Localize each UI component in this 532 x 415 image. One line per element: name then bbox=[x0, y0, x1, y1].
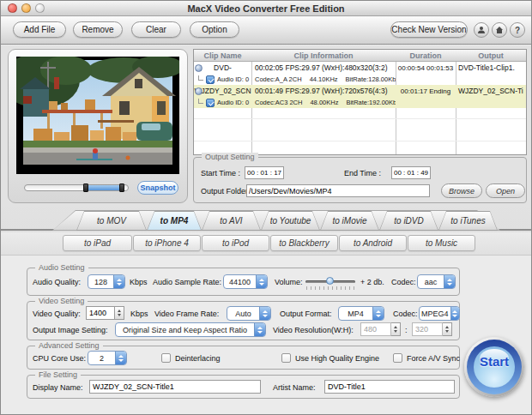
tab-to-android[interactable]: to Android bbox=[339, 235, 407, 251]
check-new-version-button[interactable]: Check New Version bbox=[390, 21, 468, 38]
traffic-lights bbox=[8, 3, 45, 13]
tab-to-blackberry[interactable]: to Blackberry bbox=[270, 235, 338, 251]
table-header: Clip Name Clip Information Duration Outp… bbox=[194, 50, 526, 62]
tab-to-itunes[interactable]: to iTunes bbox=[438, 211, 498, 231]
audio-quality-select[interactable]: 128 bbox=[88, 274, 125, 289]
file-setting-group-label: File Setting bbox=[35, 370, 81, 379]
end-time-input[interactable] bbox=[391, 166, 431, 179]
table-row-selected[interactable]: WJZDY_02_SCN 00:01:49 FPS:29.97 (WxH):72… bbox=[194, 85, 526, 108]
end-time-label: End Time : bbox=[344, 169, 381, 177]
video-setting-group: Video Setting Video Quality: Kbps Video … bbox=[27, 301, 460, 340]
audio-sample-rate-label: Audio Sample Rate: bbox=[153, 278, 221, 286]
tab-to-music[interactable]: to Music bbox=[408, 235, 475, 251]
add-file-button[interactable]: Add File bbox=[13, 21, 66, 38]
user-icon[interactable] bbox=[474, 22, 489, 38]
clip-name: WJZDY_02_SCN bbox=[194, 87, 251, 95]
stepper-arrows-icon[interactable] bbox=[115, 306, 124, 320]
toolbar: Add File Remove Clear Option Check New V… bbox=[1, 16, 531, 45]
display-name-label: Display Name: bbox=[33, 383, 83, 392]
artist-name-label: Artist Name: bbox=[273, 383, 316, 392]
format-tabs-row1: to MOV to MP4 to AVI to Youtube to iMovi… bbox=[1, 207, 532, 231]
clear-button[interactable]: Clear bbox=[131, 21, 181, 38]
tab-to-youtube[interactable]: to Youtube bbox=[261, 211, 320, 231]
force-av-sync-checkbox[interactable] bbox=[393, 353, 402, 363]
stepper-arrows-icon bbox=[115, 352, 126, 364]
column-header-output: Output bbox=[456, 50, 526, 61]
cpu-core-use-select[interactable]: 2 bbox=[88, 351, 127, 365]
tab-to-ipod[interactable]: to iPod bbox=[202, 235, 269, 251]
deinterlacing-checkbox[interactable] bbox=[161, 353, 171, 363]
video-codec-select[interactable]: MPEG4 bbox=[419, 306, 460, 321]
audio-codec: Codec:AC3 2CH bbox=[255, 99, 302, 106]
tab-to-idvd[interactable]: to iDVD bbox=[379, 211, 438, 231]
start-button[interactable]: Start bbox=[464, 337, 524, 397]
open-button[interactable]: Open bbox=[486, 183, 525, 198]
output-image-setting-select[interactable]: Original Size and Keep Aspect Ratio bbox=[115, 322, 266, 337]
tab-to-imovie[interactable]: to iMovie bbox=[320, 211, 379, 231]
tab-to-ipad[interactable]: to iPad bbox=[63, 235, 132, 251]
stepper-arrows-icon bbox=[259, 307, 270, 320]
clip-info: 00:01:49 FPS:29.97 (WxH):720x576(4:3) bbox=[251, 87, 396, 95]
tree-branch-line bbox=[198, 75, 203, 81]
output-folder-input[interactable] bbox=[246, 184, 430, 197]
audio-quality-label: Audio Quality: bbox=[33, 278, 81, 286]
video-frame-rate-select[interactable]: Auto bbox=[227, 306, 271, 321]
clip-info: 00:02:05 FPS:29.97 (WxH):480x320(3:2) bbox=[251, 63, 396, 72]
audio-setting-group: Audio Setting Audio Quality: 128 Kbps Au… bbox=[27, 268, 460, 296]
display-name-input[interactable] bbox=[89, 380, 261, 394]
output-format-select[interactable]: MP4 bbox=[338, 306, 384, 321]
tab-to-mov[interactable]: to MOV bbox=[76, 211, 147, 231]
zoom-window-button[interactable] bbox=[35, 3, 45, 13]
browse-button[interactable]: Browse bbox=[441, 183, 482, 198]
output-format-label: Output Format: bbox=[280, 310, 332, 318]
video-frame-illustration bbox=[16, 57, 179, 174]
trim-end-handle[interactable] bbox=[119, 183, 124, 192]
format-tabs-shelf: to MOV to MP4 to AVI to Youtube to iMovi… bbox=[52, 210, 500, 231]
tab-to-iphone4[interactable]: to iPhone 4 bbox=[133, 235, 201, 251]
deinterlacing-label: Deinterlacing bbox=[175, 354, 221, 363]
option-button[interactable]: Option bbox=[190, 21, 239, 38]
clip-sphere-icon[interactable] bbox=[195, 87, 203, 95]
start-time-input[interactable] bbox=[245, 166, 284, 179]
artist-name-input[interactable] bbox=[324, 380, 455, 394]
tab-to-mp4[interactable]: to MP4 bbox=[147, 211, 202, 231]
clip-list-table: Clip Name Clip Information Duration Outp… bbox=[193, 49, 527, 155]
remove-button[interactable]: Remove bbox=[73, 21, 123, 38]
table-row[interactable]: DVD- 00:02:05 FPS:29.97 (WxH):480x320(3:… bbox=[194, 62, 526, 85]
cpu-core-use-label: CPU Core Use: bbox=[33, 354, 86, 363]
tab-to-avi[interactable]: to AVI bbox=[202, 211, 261, 231]
audio-track-checkbox[interactable] bbox=[206, 99, 215, 107]
home-icon[interactable] bbox=[492, 22, 507, 38]
audio-bitrate: BitRate:128.00Kb bbox=[346, 75, 396, 83]
volume-label: Volume: bbox=[275, 278, 303, 286]
close-window-button[interactable] bbox=[8, 3, 17, 13]
audio-codec-select[interactable]: aac bbox=[417, 274, 456, 289]
trim-start-handle[interactable] bbox=[83, 183, 88, 192]
snapshot-button[interactable]: Snapshot bbox=[137, 181, 178, 195]
high-quality-engine-checkbox[interactable] bbox=[281, 353, 291, 363]
help-icon[interactable]: ? bbox=[510, 22, 525, 38]
resolution-width-input[interactable] bbox=[360, 322, 391, 336]
main-top-area: Snapshot Clip Name Clip Information Dura… bbox=[1, 45, 532, 207]
trim-slider[interactable] bbox=[24, 184, 129, 191]
clip-name: DVD- bbox=[214, 63, 232, 72]
video-setting-group-label: Video Setting bbox=[35, 297, 88, 305]
trim-range[interactable] bbox=[86, 185, 122, 190]
audio-sample-rate-select[interactable]: 44100 bbox=[223, 274, 268, 289]
start-button-ring: Start bbox=[467, 340, 522, 394]
video-quality-input[interactable] bbox=[86, 306, 115, 320]
clip-sphere-icon[interactable] bbox=[195, 64, 203, 72]
video-preview bbox=[16, 57, 179, 174]
minimize-window-button[interactable] bbox=[21, 3, 31, 13]
resolution-separator: : bbox=[405, 326, 408, 334]
resolution-height-input[interactable] bbox=[412, 322, 443, 336]
settings-panel: Audio Setting Audio Quality: 128 Kbps Au… bbox=[1, 255, 532, 415]
advanced-setting-group: Advanced Setting CPU Core Use: 2 Deinter… bbox=[27, 346, 460, 370]
video-quality-label: Video Quality: bbox=[33, 310, 81, 318]
stepper-arrows-icon[interactable] bbox=[443, 322, 452, 336]
volume-slider[interactable] bbox=[305, 276, 355, 288]
stepper-arrows-icon bbox=[450, 307, 459, 320]
audio-track-checkbox[interactable] bbox=[206, 75, 215, 84]
volume-slider-thumb[interactable] bbox=[326, 277, 334, 285]
stepper-arrows-icon[interactable] bbox=[391, 322, 401, 336]
